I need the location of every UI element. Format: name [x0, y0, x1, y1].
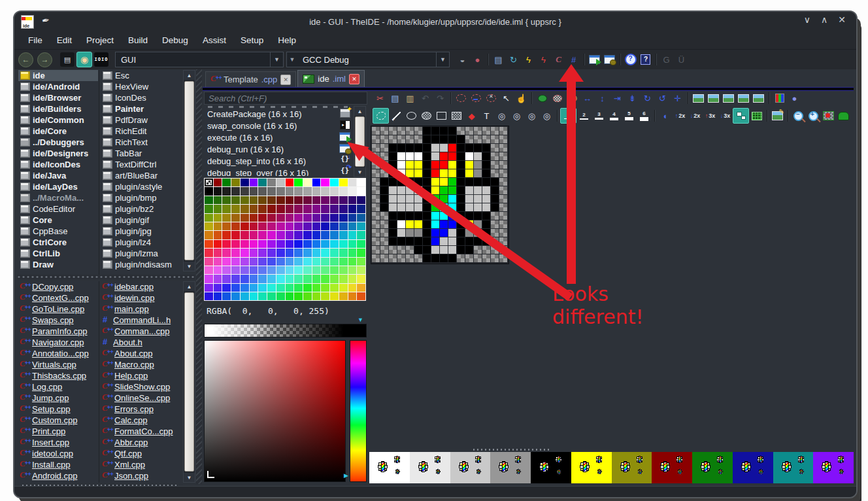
file-link[interactable]: Errors.cpp: [114, 404, 154, 414]
palette-color[interactable]: [276, 214, 285, 222]
palette-color[interactable]: [294, 266, 303, 274]
palette-color[interactable]: [241, 222, 249, 230]
copy-icon[interactable]: ▤: [388, 91, 403, 105]
palette-color[interactable]: [339, 284, 348, 292]
palette-color[interactable]: [258, 292, 267, 300]
palette-color[interactable]: [222, 240, 231, 248]
file-link[interactable]: DCopy.cpp: [32, 282, 73, 292]
package-row[interactable]: PdfDraw: [101, 114, 182, 126]
alpha-slider[interactable]: [204, 324, 367, 337]
rotate-icon[interactable]: ↻: [640, 91, 655, 105]
select-clear-icon[interactable]: [484, 91, 499, 105]
palette-color[interactable]: [312, 222, 321, 230]
palette-color[interactable]: [303, 196, 312, 204]
package-row[interactable]: ide/Browser: [18, 92, 98, 103]
scroll-up-icon[interactable]: ▲: [354, 107, 365, 116]
fill-icon[interactable]: ◎: [494, 109, 509, 123]
paste-icon[interactable]: ▥: [403, 91, 418, 105]
file-row[interactable]: Android.cpp: [18, 470, 98, 481]
palette-color[interactable]: [222, 187, 231, 195]
palette-color[interactable]: [321, 222, 329, 230]
palette-color[interactable]: [276, 266, 285, 274]
file-link[interactable]: idebar.cpp: [114, 282, 154, 292]
package-row[interactable]: ../Debuggers: [18, 137, 98, 148]
palette-color[interactable]: [339, 292, 348, 300]
palette-color[interactable]: [205, 292, 213, 300]
palette-color[interactable]: [339, 196, 348, 204]
palette-color[interactable]: [303, 214, 312, 222]
build-icon[interactable]: ϟ: [521, 52, 536, 67]
file-link[interactable]: Install.cpp: [32, 460, 71, 470]
palette-color[interactable]: [231, 258, 240, 266]
edit-file-icon[interactable]: ▤: [60, 52, 75, 67]
hotspot-icon[interactable]: ◆: [464, 109, 479, 123]
palette-color[interactable]: [357, 249, 365, 256]
free-rotate-icon[interactable]: ↺: [655, 91, 670, 105]
palette-color[interactable]: [286, 249, 294, 256]
select-union-icon[interactable]: [469, 91, 484, 105]
line-icon[interactable]: [389, 109, 404, 123]
palette-color[interactable]: [330, 249, 339, 256]
rectangle-filled-icon[interactable]: [449, 109, 464, 123]
file-row[interactable]: Thisbacks.cpp: [18, 370, 98, 381]
palette-color[interactable]: [231, 187, 240, 195]
preview-swatch[interactable]: [612, 452, 652, 483]
title-bar[interactable]: ✒ ide - GUI - TheIDE - /home/klugier/upp…: [14, 12, 856, 31]
palette-color[interactable]: [267, 275, 276, 283]
file-link[interactable]: Jump.cpp: [32, 393, 69, 403]
palette-color[interactable]: [303, 275, 312, 283]
palette-color[interactable]: [312, 196, 321, 204]
view-solid-icon[interactable]: [836, 109, 851, 123]
image-opaque-icon[interactable]: [721, 91, 736, 105]
palette-color[interactable]: [321, 266, 329, 274]
palette-color[interactable]: [312, 266, 321, 274]
fill-frame-icon[interactable]: ◎: [509, 109, 524, 123]
palette-color[interactable]: [330, 240, 339, 248]
file-link[interactable]: Thisbacks.cpp: [32, 371, 86, 381]
mirror-horz-icon[interactable]: ↔: [580, 91, 595, 105]
preview-swatch[interactable]: [571, 452, 612, 483]
menu-project[interactable]: Project: [79, 33, 121, 48]
file-row[interactable]: CommandLi...h: [101, 315, 182, 326]
palette-color[interactable]: [348, 187, 357, 195]
image-list-row[interactable]: swap_console (16 x 16): [204, 120, 353, 131]
palette-color[interactable]: [330, 284, 339, 292]
palette-color[interactable]: [312, 258, 321, 266]
palette-color[interactable]: [241, 187, 249, 195]
palette-color[interactable]: [357, 266, 365, 274]
palette-color[interactable]: [258, 258, 267, 266]
chevron-down-icon[interactable]: ▼: [436, 52, 449, 67]
palette-color[interactable]: [205, 196, 213, 204]
palette-color[interactable]: [321, 205, 329, 213]
palette-color[interactable]: [348, 292, 357, 300]
image-chroma-icon[interactable]: [751, 91, 766, 105]
palette-color[interactable]: [222, 205, 231, 213]
palette-color[interactable]: [303, 266, 312, 274]
palette-color[interactable]: [214, 275, 222, 283]
palette-color[interactable]: [348, 249, 357, 256]
palette-color[interactable]: [231, 240, 240, 248]
run-options-icon[interactable]: ●: [470, 52, 485, 67]
palette-color[interactable]: [330, 205, 339, 213]
palette-color[interactable]: [241, 266, 249, 274]
left-splitter[interactable]: [17, 275, 195, 279]
palette-color[interactable]: [267, 205, 276, 213]
palette-color[interactable]: [267, 240, 276, 248]
file-row[interactable]: Help.cpp: [101, 370, 182, 381]
image-crop-icon[interactable]: [706, 91, 721, 105]
file-link[interactable]: idewin.cpp: [114, 293, 154, 303]
palette-color[interactable]: [303, 205, 312, 213]
palette-color[interactable]: [241, 240, 249, 248]
palette-color[interactable]: [357, 258, 365, 266]
file-link[interactable]: Insert.cpp: [32, 438, 69, 447]
file-row[interactable]: SlideShow.cpp: [101, 381, 182, 392]
palette-color[interactable]: [330, 222, 339, 230]
palette-color[interactable]: [205, 222, 213, 230]
copy-packages-icon[interactable]: ▤: [491, 52, 506, 67]
palette-color[interactable]: [312, 231, 321, 239]
palette-color[interactable]: [231, 292, 240, 300]
palette-color[interactable]: [267, 187, 276, 195]
palette-color[interactable]: [231, 205, 240, 213]
palette-color[interactable]: [214, 266, 222, 274]
palette-color[interactable]: [312, 214, 321, 222]
